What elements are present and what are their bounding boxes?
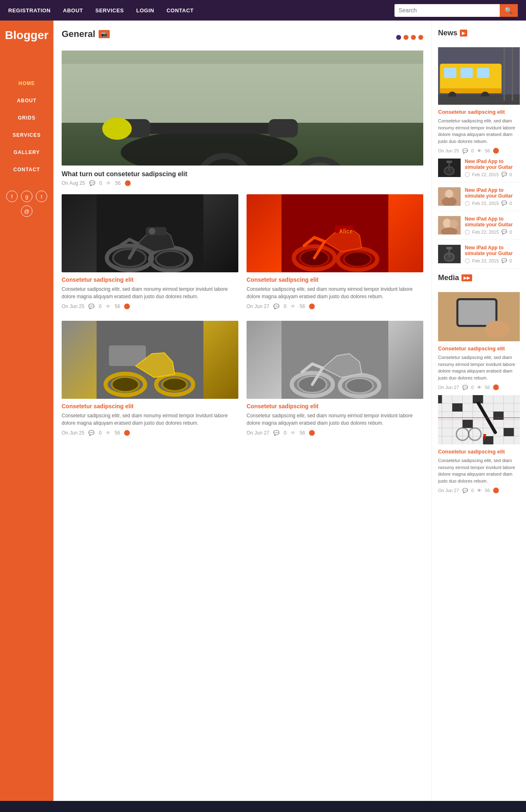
views-icon: 👁 (106, 180, 111, 186)
media-item-1-date: On Jun 27 (438, 385, 459, 390)
news-item-1-comments: 0 (510, 172, 512, 177)
card-3-text: Consetetur sadipscing elitr, sed diam no… (62, 412, 238, 427)
comment-icon: 💬 (89, 180, 95, 186)
dot-2[interactable] (404, 35, 408, 40)
news-item-2-meta: ◯ Feb 22, 2015 💬 0 (465, 200, 520, 206)
card-2-title: Consetetur sadipscing elit (247, 276, 423, 283)
media-item-1-meta: On Jun 27 💬 0 👁 56 (438, 384, 520, 390)
clock-icon-3: ◯ (465, 229, 470, 235)
svg-point-34 (346, 378, 373, 393)
news-main-dot (493, 148, 499, 154)
card-4-comments: 0 (284, 430, 286, 436)
card-1-meta: On Jun 25 💬 0 👁 56 (62, 304, 238, 309)
hero-img-placeholder (62, 51, 423, 166)
article-grid: Consetetur sadipscing elit Consetetur sa… (62, 194, 423, 439)
news-main-text: Consetetur sadipscing elitr, sed diam no… (438, 117, 520, 145)
news-item-2: New iPad App to simulate your Guitar ◯ F… (438, 187, 520, 211)
card-2-views-icon: 👁 (291, 304, 295, 309)
hero-comments: 0 (99, 180, 102, 186)
sidebar-item-home[interactable]: HOME (0, 75, 53, 92)
media-item-1-views: 56 (485, 385, 490, 390)
news-item-4-date: Feb 22, 2015 (472, 258, 499, 263)
sidebar-item-contact[interactable]: CONTACT (0, 161, 53, 178)
dot-4[interactable] (418, 35, 423, 40)
svg-point-54 (445, 190, 453, 198)
email-icon[interactable]: @ (21, 205, 32, 217)
media-item-2-views: 56 (485, 488, 490, 493)
card-2-dot (309, 304, 315, 309)
news-item-4-title: New iPad App to simulate your Guitar (465, 245, 520, 256)
sidebar-item-grids[interactable]: GRIDS (0, 109, 53, 127)
general-title: General 📷 (62, 29, 110, 39)
nav-links: REGISTRATION ABOUT SERVICES LOGIN CONTAC… (8, 7, 194, 14)
sidebar-item-services[interactable]: SERVICES (0, 127, 53, 144)
media-item-1-image (438, 292, 520, 341)
card-3-title: Consetetur sadipscing elit (62, 403, 238, 409)
media-item-1-text: Consetetur sadipscing elitr, sed diam no… (438, 354, 520, 381)
hero-views: 56 (115, 180, 120, 186)
general-title-icon: 📷 (99, 30, 110, 38)
news-item-3-image (438, 216, 461, 235)
sidebar-item-about[interactable]: ABOUT (0, 92, 53, 109)
news-item-4-image (438, 245, 461, 263)
nav-about[interactable]: ABOUT (63, 7, 83, 14)
card-3-meta: On Jun 25 💬 0 👁 56 (62, 430, 238, 436)
right-sidebar: News ▶ Con (431, 21, 526, 801)
card-3-comment-icon: 💬 (88, 430, 95, 436)
svg-rect-40 (440, 88, 502, 93)
news-item-4: New iPad App to simulate your Guitar ◯ F… (438, 245, 520, 269)
main-layout: Blogger HOME ABOUT GRIDS SERVICES GALLER… (0, 21, 526, 801)
nav-services[interactable]: SERVICES (95, 7, 124, 14)
nav-contact[interactable]: CONTACT (166, 7, 194, 14)
svg-rect-85 (494, 412, 504, 420)
search-input[interactable] (394, 5, 500, 16)
card-4-meta: On Jun 27 💬 0 👁 56 (247, 430, 423, 436)
svg-rect-6 (268, 119, 298, 138)
card-1: Consetetur sadipscing elit Consetetur sa… (62, 194, 238, 313)
carousel-dots (396, 35, 423, 40)
twitter-icon[interactable]: t (36, 191, 47, 202)
nav-registration[interactable]: REGISTRATION (8, 7, 51, 14)
hero-date: On Aug 25 (62, 180, 85, 186)
card-4-date: On Jun 27 (247, 430, 269, 436)
sidebar-navigation: HOME ABOUT GRIDS SERVICES GALLERY CONTAC… (0, 75, 53, 178)
site-logo: Blogger (5, 29, 48, 42)
card-2-text: Consetetur sadipscing elitr, sed diam no… (247, 285, 423, 300)
card-4-dot (309, 430, 315, 436)
google-icon[interactable]: g (21, 191, 32, 202)
sidebar: Blogger HOME ABOUT GRIDS SERVICES GALLER… (0, 21, 53, 801)
sidebar-item-gallery[interactable]: GALLERY (0, 144, 53, 161)
media-item-1-comments: 0 (471, 385, 474, 390)
card-1-comment-icon: 💬 (88, 304, 95, 309)
nav-login[interactable]: LOGIN (136, 7, 155, 14)
news-item-3: New iPad App to simulate your Guitar ◯ F… (438, 216, 520, 240)
news-comment-icon: 💬 (462, 148, 468, 154)
card-1-title: Consetetur sadipscing elit (62, 276, 238, 283)
comment-icon-2: 💬 (501, 200, 507, 206)
news-main-title: Consetetur sadipscing elit (438, 109, 520, 115)
news-item-4-meta: ◯ Feb 22, 2015 💬 0 (465, 258, 520, 263)
news-item-4-info: New iPad App to simulate your Guitar ◯ F… (465, 245, 520, 263)
clock-icon-1: ◯ (465, 172, 470, 177)
news-item-1-info: New iPad App to simulate your Guitar ◯ F… (465, 159, 520, 177)
comment-icon-3: 💬 (501, 229, 507, 235)
card-3-image (62, 321, 238, 399)
svg-rect-46 (512, 47, 513, 101)
news-item-2-title: New iPad App to simulate your Guitar (465, 187, 520, 199)
facebook-icon[interactable]: f (6, 191, 18, 202)
card-3-date: On Jun 25 (62, 430, 84, 436)
social-links: f g t @ (0, 191, 53, 217)
news-item-1: New iPad App to simulate your Guitar ◯ F… (438, 159, 520, 182)
general-section-header: General 📷 (62, 29, 423, 46)
hero-article-title: What turn out consetetur sadipscing elit (62, 170, 423, 178)
news-views-icon: 👁 (477, 148, 482, 153)
dot-3[interactable] (411, 35, 416, 40)
news-item-2-comments: 0 (510, 201, 512, 206)
svg-point-28 (112, 377, 139, 392)
media-item-1-dot (493, 384, 499, 390)
search-button[interactable]: 🔍 (500, 4, 518, 17)
media-item-2-date: On Jun 27 (438, 488, 459, 493)
card-4-comment-icon: 💬 (273, 430, 279, 436)
dot-1[interactable] (396, 35, 401, 40)
card-2-comments: 0 (284, 304, 286, 309)
